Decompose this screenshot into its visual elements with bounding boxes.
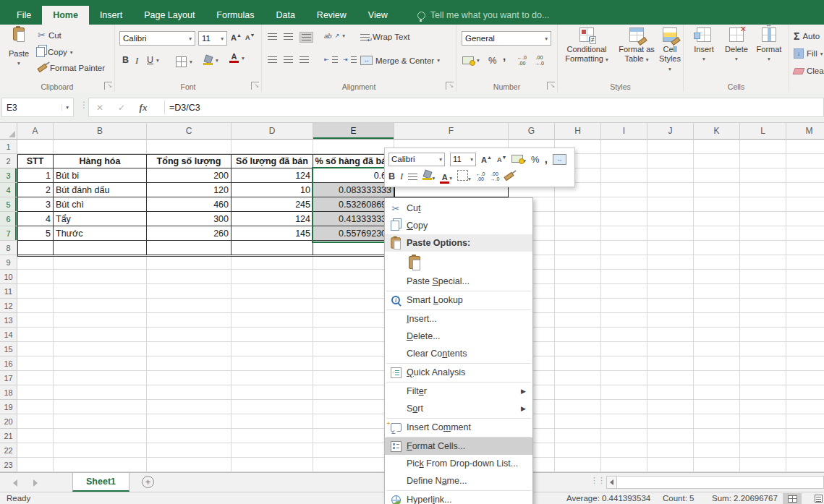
merge-center-button[interactable]: ↔Merge & Center▾ <box>360 56 440 65</box>
next-sheet-icon[interactable] <box>33 479 38 487</box>
cell-E5[interactable]: 0.532608696 <box>313 197 394 212</box>
column-header-A[interactable]: A <box>17 123 54 140</box>
menu-item-pick-from-drop-down-list[interactable]: Pick From Drop-down List... <box>385 455 532 472</box>
row-header-7[interactable]: 7 <box>0 226 17 241</box>
delete-cells-button[interactable]: Delete▾ <box>721 27 752 64</box>
font-name-arrow-icon[interactable]: ▾ <box>189 35 192 42</box>
mini-italic-button[interactable]: I <box>400 171 403 182</box>
format-as-table-button[interactable]: Format as Table ▾ <box>616 27 658 64</box>
row-header-17[interactable]: 17 <box>0 371 17 385</box>
cell-D8[interactable] <box>232 241 313 255</box>
shrink-font-button[interactable]: A▼ <box>245 33 255 41</box>
row-header-13[interactable]: 13 <box>0 313 17 328</box>
cell-B2[interactable]: Hàng hóa <box>54 154 147 168</box>
menu-item-paste-keep-source-formatting[interactable] <box>385 252 532 273</box>
column-header-F[interactable]: F <box>394 123 509 140</box>
tab-strip-resize-handle[interactable]: ⋮⋮ <box>590 476 605 485</box>
format-cells-button[interactable]: Format▾ <box>753 27 785 64</box>
comma-style-button[interactable]: , <box>503 54 506 59</box>
format-painter-button[interactable]: Format Painter <box>38 64 105 72</box>
font-color-arrow-icon[interactable]: ▾ <box>242 55 245 61</box>
borders-button[interactable]: ▾ <box>176 56 192 67</box>
cell-D4[interactable]: 10 <box>232 183 313 197</box>
cell-A3[interactable]: 1 <box>17 168 54 183</box>
mini-decrease-decimal-button[interactable]: .00→.0 <box>490 171 500 182</box>
ribbon-tab-page-layout[interactable]: Page Layout <box>133 6 205 25</box>
column-header-J[interactable]: J <box>647 123 694 140</box>
font-dialog-launcher[interactable]: ↘ <box>251 82 259 90</box>
menu-item-insert-comment[interactable]: Insert Comment <box>385 419 532 436</box>
merge-center-arrow-icon[interactable]: ▾ <box>437 57 440 64</box>
number-format-arrow-icon[interactable]: ▾ <box>545 35 548 42</box>
menu-item-cut[interactable]: ✂Cut <box>385 200 532 217</box>
mini-font-size-combo[interactable]: 11▾ <box>450 153 476 166</box>
cell-C3[interactable]: 200 <box>147 168 232 183</box>
cell-D7[interactable]: 145 <box>232 226 313 241</box>
mini-accounting-button[interactable]: ▾ <box>511 153 526 166</box>
ribbon-tab-review[interactable]: Review <box>306 6 357 25</box>
cell-C8[interactable] <box>147 241 232 255</box>
mini-font-color-button[interactable]: A▾ <box>440 170 452 184</box>
ribbon-tab-insert[interactable]: Insert <box>89 6 133 25</box>
ribbon-tab-formulas[interactable]: Formulas <box>205 6 265 25</box>
cell-D3[interactable]: 124 <box>232 168 313 183</box>
menu-item-insert[interactable]: Insert... <box>385 310 532 328</box>
insert-cells-button[interactable]: Insert▾ <box>689 27 718 64</box>
formula-field[interactable]: ✕ ✓ fx =D3/C3 <box>88 98 824 117</box>
cell-styles-button[interactable]: Cell Styles ▾ <box>658 27 682 74</box>
cell-A5[interactable]: 3 <box>17 197 54 212</box>
normal-view-button[interactable] <box>783 493 802 504</box>
cell-E2[interactable]: % số hàng đã bán <box>313 154 394 168</box>
row-header-11[interactable]: 11 <box>0 284 17 299</box>
cell-E3[interactable]: 0.62 <box>313 168 394 183</box>
accounting-arrow-icon[interactable]: ▾ <box>477 57 480 64</box>
decrease-indent-button[interactable]: ⇤ <box>324 56 338 63</box>
cell-E7[interactable]: 0.557692308 <box>313 226 394 241</box>
cut-button[interactable]: ✂ Cut <box>38 30 61 40</box>
menu-item-quick-analysis[interactable]: Quick Analysis <box>385 364 532 381</box>
row-header-4[interactable]: 4 <box>0 183 17 197</box>
menu-item-sort[interactable]: Sort▶ <box>385 400 532 417</box>
align-top-button[interactable] <box>268 33 277 40</box>
column-header-H[interactable]: H <box>555 123 601 140</box>
underline-arrow-icon[interactable]: ▾ <box>156 57 159 64</box>
cell-E6[interactable]: 0.413333333 <box>313 212 394 226</box>
alignment-dialog-launcher[interactable]: ↘ <box>446 82 454 90</box>
underline-button[interactable]: U▾ <box>147 55 159 65</box>
menu-item-paste-special[interactable]: Paste Special... <box>385 273 532 290</box>
insert-function-icon[interactable]: fx <box>132 102 154 114</box>
cell-B5[interactable]: Bút chì <box>54 197 147 212</box>
column-header-I[interactable]: I <box>601 123 647 140</box>
row-header-6[interactable]: 6 <box>0 212 17 226</box>
mini-font-name-combo[interactable]: Calibri▾ <box>388 153 445 166</box>
column-header-M[interactable]: M <box>786 123 824 140</box>
column-header-B[interactable]: B <box>54 123 147 140</box>
cell-C2[interactable]: Tổng số lượng <box>147 154 232 168</box>
grow-font-button[interactable]: A▲ <box>231 33 242 42</box>
cell-B7[interactable]: Thước <box>54 226 147 241</box>
menu-item-clear-contents[interactable]: Clear Contents <box>385 345 532 362</box>
font-name-combo[interactable]: Calibri▾ <box>119 31 195 46</box>
column-header-C[interactable]: C <box>147 123 232 140</box>
row-header-21[interactable]: 21 <box>0 429 17 443</box>
cell-B8[interactable] <box>54 241 147 255</box>
copy-dropdown-arrow-icon[interactable]: ▾ <box>70 49 73 56</box>
cell-A2[interactable]: STT <box>17 154 54 168</box>
cell-C4[interactable]: 120 <box>147 183 232 197</box>
cell-D2[interactable]: Số lượng đã bán <box>232 154 313 168</box>
row-header-5[interactable]: 5 <box>0 197 17 212</box>
row-header-22[interactable]: 22 <box>0 443 17 458</box>
cell-A4[interactable]: 2 <box>17 183 54 197</box>
row-header-10[interactable]: 10 <box>0 270 17 284</box>
previous-sheet-icon[interactable] <box>13 479 17 487</box>
conditional-formatting-button[interactable]: Conditional Formatting ▾ <box>561 27 613 64</box>
mini-format-painter-button[interactable] <box>504 172 514 181</box>
mini-grow-font-button[interactable]: A▲ <box>481 155 492 164</box>
cell-B3[interactable]: Bút bi <box>54 168 147 183</box>
wrap-text-button[interactable]: Wrap Text <box>360 33 409 41</box>
menu-item-format-cells[interactable]: Format Cells... <box>385 437 532 455</box>
align-center-button[interactable] <box>284 56 293 63</box>
cell-E8[interactable] <box>313 241 394 255</box>
decrease-decimal-button[interactable]: .00→.0 <box>535 55 544 66</box>
bold-button[interactable]: B <box>122 55 129 65</box>
